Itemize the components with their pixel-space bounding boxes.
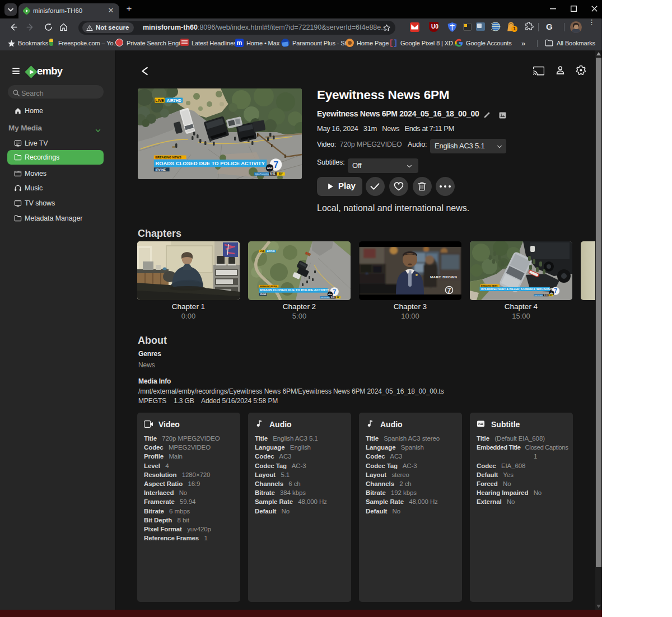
svg-text:UPS DRIVER SHOT & KILLED; STAN: UPS DRIVER SHOT & KILLED; STANDOFF WITH …: [480, 288, 557, 291]
svg-text:abc: abc: [328, 293, 333, 296]
svg-text:6:01: 6:01: [270, 172, 276, 175]
svg-text:abc: abc: [267, 166, 273, 170]
svg-text:IRVINE: IRVINE: [260, 293, 267, 296]
svg-text:7: 7: [273, 160, 278, 170]
svg-text:7: 7: [333, 288, 336, 295]
svg-text:7: 7: [554, 287, 557, 294]
svg-text:IRVINE: IRVINE: [156, 168, 166, 171]
svg-text:66°: 66°: [337, 296, 340, 298]
svg-text:5:12: 5:12: [544, 295, 547, 297]
svg-text:MARC BROWN: MARC BROWN: [430, 275, 457, 279]
svg-text:65°: 65°: [279, 172, 283, 175]
svg-text:AIR7HD: AIR7HD: [167, 99, 181, 102]
svg-text:LIVE: LIVE: [155, 99, 164, 102]
svg-text:LIVE: LIVE: [260, 250, 265, 253]
svg-text:ROADS CLOSED DUE TO POLICE ACT: ROADS CLOSED DUE TO POLICE ACTIVITY: [260, 288, 329, 292]
svg-text:BREAKING NEWS: BREAKING NEWS: [481, 285, 498, 287]
svg-text:AIR7HD: AIR7HD: [267, 250, 275, 253]
svg-text:ROADS CLOSED DUE TO POLICE ACT: ROADS CLOSED DUE TO POLICE ACTIVITY: [156, 161, 265, 166]
svg-text:5:06: 5:06: [331, 296, 335, 298]
svg-text:66°: 66°: [549, 295, 552, 297]
svg-text:BREAKING NEWS: BREAKING NEWS: [155, 156, 181, 159]
svg-text:BREAKING NEWS: BREAKING NEWS: [260, 286, 277, 288]
svg-text:7: 7: [447, 287, 451, 295]
